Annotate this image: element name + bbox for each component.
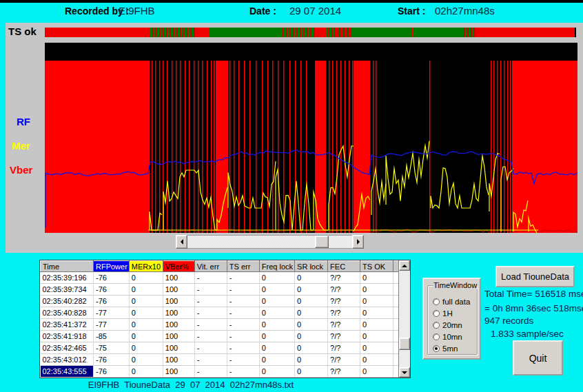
column-header-sr-lock[interactable]: SR lock: [295, 261, 328, 272]
table-cell[interactable]: -: [227, 272, 259, 284]
radio-button-icon[interactable]: [433, 333, 440, 340]
table-cell[interactable]: -76: [94, 284, 130, 296]
table-cell[interactable]: -75: [94, 342, 130, 354]
table-cell[interactable]: 0: [295, 319, 328, 331]
table-cell[interactable]: 0: [295, 307, 328, 319]
column-header-ts-err[interactable]: TS err: [227, 261, 259, 272]
chart-scroll-right-button[interactable]: [352, 235, 364, 249]
table-cell[interactable]: 0: [360, 342, 393, 354]
table-cell[interactable]: -76: [94, 296, 130, 307]
table-cell[interactable]: 02:35:41:918: [41, 331, 94, 342]
chart-scroll-left-button[interactable]: [176, 235, 187, 249]
table-cell[interactable]: 0: [259, 354, 294, 366]
table-cell[interactable]: 02:35:39:196: [41, 272, 94, 284]
table-cell[interactable]: -: [194, 366, 227, 378]
table-cell[interactable]: 100: [163, 319, 194, 331]
load-tiounedata-button[interactable]: Load TiouneData: [495, 266, 575, 287]
column-header-ts-ok[interactable]: TS OK: [360, 261, 393, 272]
table-cell[interactable]: 0: [360, 319, 393, 331]
table-scroll-down-button[interactable]: [399, 367, 410, 378]
table-cell[interactable]: ?/?: [328, 366, 360, 378]
table-cell[interactable]: ?/?: [328, 296, 360, 307]
table-row[interactable]: 02:35:43:555-760100--00?/?0: [41, 366, 408, 378]
table-cell[interactable]: 0: [295, 331, 328, 342]
table-cell[interactable]: 0: [259, 319, 294, 331]
table-cell[interactable]: -76: [94, 366, 130, 378]
table-cell[interactable]: ?/?: [328, 319, 360, 331]
table-cell[interactable]: -: [227, 296, 259, 307]
table-cell[interactable]: 0: [129, 366, 163, 378]
table-cell[interactable]: -77: [94, 307, 130, 319]
table-cell[interactable]: 100: [163, 296, 194, 307]
column-header-merx10[interactable]: MERx10: [129, 261, 163, 272]
table-cell[interactable]: 0: [295, 366, 328, 378]
column-header-rfpower[interactable]: RFPower: [94, 261, 130, 272]
table-cell[interactable]: 0: [295, 272, 328, 284]
table-cell[interactable]: 0: [259, 366, 294, 378]
table-cell[interactable]: 02:35:39:734: [41, 284, 94, 296]
table-cell[interactable]: -: [227, 331, 259, 342]
radio-20mn[interactable]: 20mn: [433, 320, 462, 330]
table-cell[interactable]: 0: [360, 366, 393, 378]
chart-scrollbar-thumb[interactable]: [315, 236, 329, 248]
table-cell[interactable]: -: [227, 319, 259, 331]
table-cell[interactable]: ?/?: [328, 331, 360, 342]
table-cell[interactable]: 0: [129, 331, 163, 342]
table-cell[interactable]: 0: [295, 342, 328, 354]
table-cell[interactable]: 02:35:42:465: [41, 342, 94, 354]
table-cell[interactable]: ?/?: [328, 307, 360, 319]
table-cell[interactable]: 0: [129, 354, 163, 366]
table-cell[interactable]: -: [194, 307, 227, 319]
radio-5mn[interactable]: 5mn: [433, 344, 458, 353]
table-cell[interactable]: 02:35:41:372: [41, 319, 94, 331]
table-cell[interactable]: -: [194, 296, 227, 307]
table-cell[interactable]: -76: [94, 272, 130, 284]
table-cell[interactable]: 0: [129, 272, 163, 284]
column-header-freq-lock[interactable]: Freq lock: [259, 261, 294, 272]
table-cell[interactable]: 0: [129, 342, 163, 354]
table-cell[interactable]: ?/?: [328, 272, 360, 284]
table-cell[interactable]: 0: [295, 354, 328, 366]
table-cell[interactable]: ?/?: [328, 342, 360, 354]
column-header-vit-err[interactable]: Vit. err: [194, 261, 227, 272]
table-cell[interactable]: -: [227, 284, 259, 296]
table-cell[interactable]: 0: [259, 307, 294, 319]
table-scrollbar-thumb[interactable]: [399, 338, 410, 350]
table-cell[interactable]: 100: [163, 354, 194, 366]
table-cell[interactable]: -: [227, 342, 259, 354]
radio-button-icon[interactable]: [433, 298, 440, 305]
table-cell[interactable]: -: [194, 331, 227, 342]
chart-horizontal-scrollbar[interactable]: [176, 235, 364, 249]
table-vertical-scrollbar[interactable]: [398, 260, 410, 378]
table-cell[interactable]: -85: [94, 331, 130, 342]
radio-full-data[interactable]: full data: [433, 297, 470, 307]
table-cell[interactable]: 0: [129, 296, 163, 307]
table-cell[interactable]: ?/?: [328, 284, 360, 296]
table-cell[interactable]: 100: [163, 272, 194, 284]
table-cell[interactable]: -: [194, 284, 227, 296]
table-cell[interactable]: 100: [163, 307, 194, 319]
table-cell[interactable]: 02:35:40:828: [41, 307, 94, 319]
table-row[interactable]: 02:35:40:282-760100--00?/?0: [41, 296, 408, 307]
table-row[interactable]: 02:35:40:828-770100--00?/?0: [41, 307, 408, 319]
table-cell[interactable]: 02:35:40:282: [41, 296, 94, 307]
radio-button-icon[interactable]: [433, 345, 440, 352]
table-cell[interactable]: 100: [163, 284, 194, 296]
column-header-vber-[interactable]: VBer%: [163, 261, 194, 272]
table-cell[interactable]: -76: [94, 354, 130, 366]
column-header-fec[interactable]: FEC: [328, 261, 360, 272]
table-cell[interactable]: 0: [259, 342, 294, 354]
table-cell[interactable]: 0: [295, 284, 328, 296]
table-cell[interactable]: 0: [360, 272, 393, 284]
table-cell[interactable]: ?/?: [328, 354, 360, 366]
table-cell[interactable]: 0: [259, 284, 294, 296]
radio-10mn[interactable]: 10mn: [433, 332, 462, 342]
table-cell[interactable]: 0: [259, 296, 294, 307]
table-cell[interactable]: 0: [259, 272, 294, 284]
table-cell[interactable]: 0: [129, 319, 163, 331]
radio-1h[interactable]: 1H: [433, 309, 453, 318]
table-row[interactable]: 02:35:41:918-850100--00?/?0: [41, 331, 408, 342]
radio-button-icon[interactable]: [433, 310, 440, 317]
table-cell[interactable]: -: [194, 319, 227, 331]
quit-button[interactable]: Quit: [513, 340, 563, 375]
